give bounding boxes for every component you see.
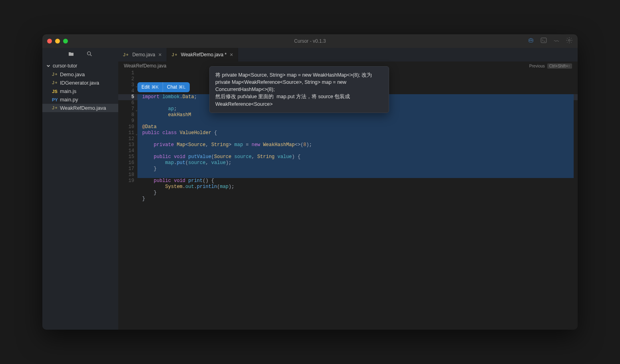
folder-name: cursor-tutor xyxy=(53,63,77,69)
line-gutter: 123⌄4567⌄891011⌄1213141516171819 xyxy=(118,70,137,330)
ai-edit-button[interactable]: Edit ⌘K xyxy=(137,82,163,92)
ai-chat-button[interactable]: Chat ⌘L xyxy=(163,82,189,92)
code-line[interactable]: } xyxy=(142,166,578,172)
line-number: 7⌄ xyxy=(118,106,134,112)
close-tab-icon[interactable]: × xyxy=(230,51,233,58)
maximize-window-button[interactable] xyxy=(63,39,68,44)
tab-label: WeakRefDemo.java * xyxy=(181,52,227,57)
line-number: 11⌄ xyxy=(118,130,134,136)
line-number: 14 xyxy=(118,148,134,154)
previous-shortcut: Ctrl+Shift+↑ xyxy=(547,63,572,69)
line-number: 9 xyxy=(118,118,134,124)
java-file-icon: J⚬ xyxy=(52,72,58,77)
editor-area: J⚬Demo.java×J⚬WeakRefDemo.java *× WeakRe… xyxy=(118,48,578,330)
code-line[interactable]: public void print() { xyxy=(142,178,578,184)
java-file-icon: J⚬ xyxy=(52,80,58,85)
traffic-lights xyxy=(47,39,68,44)
file-name: main.py xyxy=(60,97,78,103)
code-editor[interactable]: 123⌄4567⌄891011⌄1213141516171819 import … xyxy=(118,70,578,330)
code-line[interactable]: } xyxy=(142,196,578,202)
ai-bot-icon[interactable] xyxy=(527,37,535,46)
line-number: 6 xyxy=(118,100,134,106)
main-area: cursor-tutor J⚬Demo.javaJ⚬IDGenerator.ja… xyxy=(42,48,578,330)
titlebar: Cursor - v0.1.3 xyxy=(42,34,578,48)
line-number: 4 xyxy=(118,88,134,94)
py-file-icon: PY xyxy=(52,97,58,102)
breadcrumb-path: WeakRefDemo.java xyxy=(124,63,167,69)
settings-gear-icon[interactable] xyxy=(566,37,573,46)
minimize-window-button[interactable] xyxy=(55,39,60,44)
code-line[interactable]: @Data xyxy=(142,124,578,130)
file-name: main.js xyxy=(60,88,76,94)
line-number: 15 xyxy=(118,154,134,160)
line-number: 12 xyxy=(118,136,134,142)
titlebar-actions xyxy=(527,37,573,46)
java-file-icon: J⚬ xyxy=(172,52,178,57)
svg-line-8 xyxy=(90,55,91,56)
line-number: 18 xyxy=(118,172,134,178)
search-icon[interactable] xyxy=(86,51,93,59)
sidebar-toolbar xyxy=(42,48,118,61)
svg-point-6 xyxy=(568,40,570,42)
line-number: 2 xyxy=(118,76,134,82)
file-item-main-py[interactable]: PYmain.py xyxy=(42,95,118,104)
svg-point-1 xyxy=(530,40,531,41)
code-line[interactable]: eakHashM xyxy=(142,112,578,118)
code-line[interactable] xyxy=(142,136,578,142)
js-file-icon: JS xyxy=(52,89,58,94)
explorer-icon[interactable] xyxy=(68,51,74,59)
code-line[interactable]: private Map<Source, String> map = new We… xyxy=(142,142,578,148)
breadcrumb-actions: Previous Ctrl+Shift+↑ xyxy=(529,63,572,69)
close-tab-icon[interactable]: × xyxy=(158,51,161,58)
line-number: 13 xyxy=(118,142,134,148)
code-line[interactable]: public class ValueHolder { xyxy=(142,130,578,136)
svg-point-2 xyxy=(531,40,532,41)
code-line[interactable]: System.out.println(map); xyxy=(142,184,578,190)
line-number: 16 xyxy=(118,160,134,166)
line-number: 10 xyxy=(118,124,134,130)
tab-weakrefdemo-java-[interactable]: J⚬WeakRefDemo.java *× xyxy=(167,48,238,61)
file-item-idgenerator-java[interactable]: J⚬IDGenerator.java xyxy=(42,79,118,87)
file-name: Demo.java xyxy=(60,71,85,77)
file-item-weakrefdemo-java[interactable]: J⚬WeakRefDemo.java xyxy=(42,104,118,112)
java-file-icon: J⚬ xyxy=(123,52,129,57)
code-line[interactable] xyxy=(142,148,578,154)
line-number: 8 xyxy=(118,112,134,118)
tab-label: Demo.java xyxy=(132,52,155,57)
sidebar: cursor-tutor J⚬Demo.javaJ⚬IDGenerator.ja… xyxy=(42,48,118,330)
window-title: Cursor - v0.1.3 xyxy=(294,38,326,44)
folder-header[interactable]: cursor-tutor xyxy=(42,61,118,70)
ai-suggestion-popup[interactable]: 将 private Map<Source, String> map = new … xyxy=(209,66,389,113)
code-line[interactable]: public void putValue(Source source, Stri… xyxy=(142,154,578,160)
app-window: Cursor - v0.1.3 cursor-tutor J⚬Demo.java… xyxy=(42,34,578,330)
previous-label[interactable]: Previous xyxy=(529,64,545,68)
line-number: 3⌄ xyxy=(118,82,134,88)
file-item-demo-java[interactable]: J⚬Demo.java xyxy=(42,70,118,79)
terminal-icon[interactable] xyxy=(540,37,547,46)
file-name: WeakRefDemo.java xyxy=(60,105,106,111)
line-number: 5 xyxy=(118,94,134,100)
ai-action-buttons: Edit ⌘K Chat ⌘L xyxy=(137,82,190,92)
svg-rect-4 xyxy=(541,38,546,43)
tab-bar: J⚬Demo.java×J⚬WeakRefDemo.java *× xyxy=(118,48,578,61)
line-number: 19 xyxy=(118,178,134,184)
code-line[interactable]: map.put(source, value); xyxy=(142,160,578,166)
code-line[interactable]: } xyxy=(142,190,578,196)
code-line[interactable] xyxy=(142,118,578,124)
tab-demo-java[interactable]: J⚬Demo.java× xyxy=(118,48,167,61)
java-file-icon: J⚬ xyxy=(52,105,58,111)
file-list: J⚬Demo.javaJ⚬IDGenerator.javaJSmain.jsPY… xyxy=(42,70,118,112)
svg-point-7 xyxy=(87,52,91,55)
code-content[interactable]: import lombok.Data; ap; eakHashM@Datapub… xyxy=(137,70,578,330)
line-number: 1 xyxy=(118,70,134,76)
file-name: IDGenerator.java xyxy=(60,80,99,86)
code-line[interactable] xyxy=(142,202,578,208)
wave-icon[interactable] xyxy=(553,37,560,46)
chevron-down-icon xyxy=(46,64,50,68)
file-item-main-js[interactable]: JSmain.js xyxy=(42,87,118,95)
line-number: 17 xyxy=(118,166,134,172)
close-window-button[interactable] xyxy=(47,39,52,44)
svg-rect-0 xyxy=(529,39,533,42)
ai-suggestion-text: 将 private Map<Source, String> map = new … xyxy=(215,72,374,107)
code-line[interactable] xyxy=(142,172,578,178)
